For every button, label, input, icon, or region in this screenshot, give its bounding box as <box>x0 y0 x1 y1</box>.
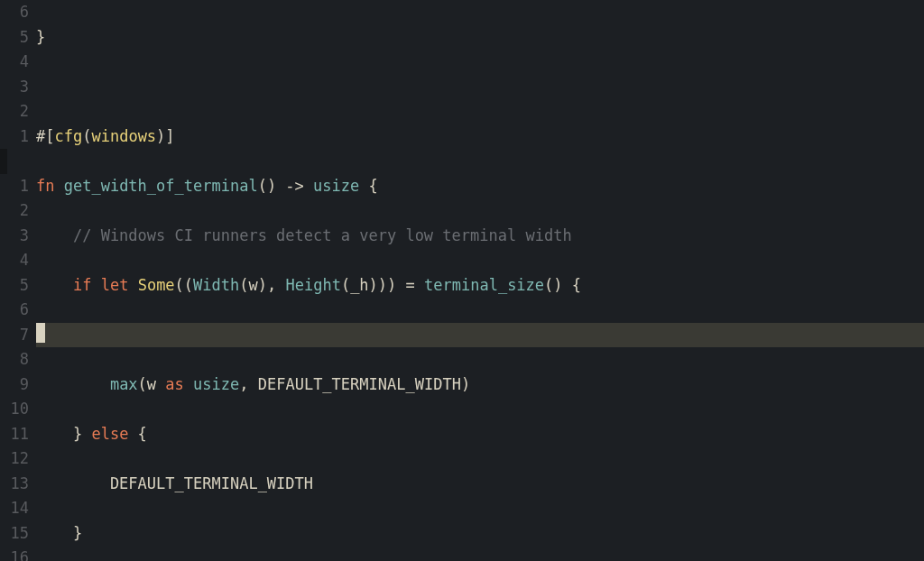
line-number: 4 <box>0 248 29 273</box>
line-number: 1 <box>0 174 29 199</box>
line-number-current: 39 <box>0 149 7 174</box>
line-number: 3 <box>0 224 29 249</box>
line-number: 2 <box>0 99 29 124</box>
line-number: 11 <box>0 422 29 447</box>
code-line: fn get_width_of_terminal() -> usize { <box>36 174 924 199</box>
code-line: DEFAULT_TERMINAL_WIDTH <box>36 472 924 497</box>
code-line: } else { <box>36 422 924 447</box>
line-number: 7 <box>0 323 29 348</box>
line-number: 2 <box>0 198 29 224</box>
code-line-current <box>36 323 924 348</box>
line-number: 14 <box>0 496 29 521</box>
line-number: 12 <box>0 446 29 472</box>
code-area[interactable]: 6 5 4 3 2 1 39 1 2 3 4 5 6 7 8 9 10 11 1… <box>0 0 924 561</box>
code-line <box>36 75 924 100</box>
code-line: max(w as usize, DEFAULT_TERMINAL_WIDTH) <box>36 372 924 398</box>
code-line: if let Some((Width(w), Height(_h))) = te… <box>36 273 924 299</box>
line-number: 5 <box>0 273 29 299</box>
line-number: 10 <box>0 397 29 422</box>
line-number: 16 <box>0 546 29 561</box>
code-content[interactable]: } #[cfg(windows)] fn get_width_of_termin… <box>36 0 924 561</box>
line-number: 1 <box>0 124 29 150</box>
line-number: 13 <box>0 472 29 497</box>
code-line: #[cfg(windows)] <box>36 124 924 150</box>
line-number: 5 <box>0 25 29 51</box>
editor-window: 6 5 4 3 2 1 39 1 2 3 4 5 6 7 8 9 10 11 1… <box>0 0 924 561</box>
cursor <box>36 323 45 343</box>
code-line: } <box>36 25 924 51</box>
line-number: 8 <box>0 347 29 372</box>
line-number: 6 <box>0 0 29 25</box>
line-number: 3 <box>0 75 29 100</box>
line-number: 15 <box>0 521 29 547</box>
line-number: 9 <box>0 372 29 398</box>
code-line: } <box>36 521 924 547</box>
code-line: // Windows CI runners detect a very low … <box>36 224 924 249</box>
line-number-gutter: 6 5 4 3 2 1 39 1 2 3 4 5 6 7 8 9 10 11 1… <box>0 0 36 561</box>
line-number: 6 <box>0 298 29 323</box>
line-number: 4 <box>0 50 29 75</box>
